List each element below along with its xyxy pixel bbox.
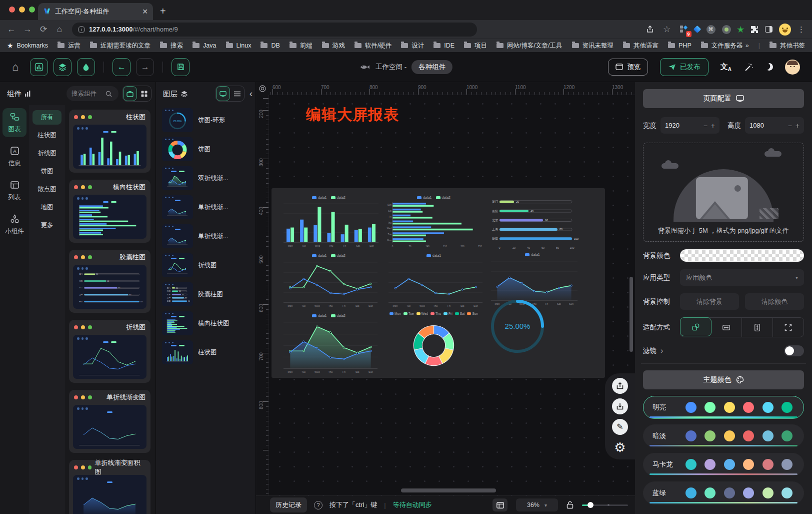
category-item[interactable]: 折线图 [32, 146, 62, 161]
extension-diamond-icon[interactable] [693, 26, 701, 34]
theme-color-dot[interactable] [704, 402, 716, 413]
horizontal-bar-chart[interactable]: SunSatFriThuWedTueMon070140210280350 [382, 201, 485, 248]
side-panel-icon[interactable] [765, 26, 772, 33]
reload-icon[interactable]: ⟳ [37, 24, 50, 35]
horizontal-scrollbar[interactable] [401, 488, 496, 492]
browser-menu-icon[interactable]: ⋮ [798, 25, 805, 34]
theme-row[interactable]: 马卡龙 [643, 453, 804, 476]
app-home-icon[interactable]: ⌂ [12, 61, 18, 74]
layer-item[interactable]: data1data2横向柱状图 [162, 311, 252, 335]
background-upload-dropzone[interactable]: 背景图需小于 5M ，格式为 png/jpg/gif 的文件 [643, 143, 804, 242]
layers-toggle-button[interactable] [54, 58, 72, 76]
fit-fullscreen-button[interactable] [773, 318, 804, 337]
rail-tab-widget[interactable]: 小组件 [2, 210, 26, 239]
dashboard-title-text[interactable]: 编辑大屏报表 [306, 105, 399, 125]
save-button[interactable] [172, 58, 190, 76]
layer-item[interactable]: 25.00%饼图-环形 [162, 108, 252, 132]
bar-chart[interactable]: MonTueWedThuFriSatSun [278, 201, 380, 248]
bookmark-folder[interactable]: 设计 [401, 42, 424, 50]
theme-row[interactable]: 暗淡 [643, 424, 804, 447]
rail-tab-list[interactable]: 列表 [2, 176, 26, 205]
theme-color-button[interactable]: 主题颜色 [643, 370, 804, 389]
clear-background-button[interactable]: 清除背景 [680, 293, 739, 310]
theme-color-dot[interactable] [762, 430, 774, 441]
theme-color-dot[interactable] [782, 459, 792, 470]
app-type-select[interactable]: 应用颜色▾ [680, 269, 804, 286]
publish-button[interactable]: 已发布 [660, 58, 708, 76]
maximize-window-button[interactable] [29, 7, 35, 13]
doughnut-chart[interactable] [382, 317, 485, 374]
theme-color-dot[interactable] [762, 459, 774, 470]
export-button[interactable] [612, 378, 628, 394]
category-item[interactable]: 散点图 [32, 182, 62, 197]
theme-color-dot[interactable] [743, 402, 754, 413]
extension-record-icon[interactable] [722, 25, 731, 34]
vertical-scrollbar[interactable] [630, 277, 633, 352]
theme-color-dot[interactable] [704, 430, 716, 441]
bg-color-swatch[interactable] [680, 249, 804, 262]
extension-star-icon[interactable]: ★ [738, 25, 744, 34]
bookmark-folder[interactable]: 项目 [464, 42, 487, 50]
url-bar[interactable]: i 127.0.0.1:3000/#/chart/home/9 [72, 23, 477, 37]
fit-scale-button[interactable] [680, 317, 712, 336]
layer-item[interactable]: data1data2柱状图 [162, 340, 252, 364]
import-button[interactable] [612, 398, 628, 414]
new-tab-button[interactable]: + [160, 6, 166, 17]
minimize-window-button[interactable] [19, 7, 25, 13]
bookmarks-overflow-icon[interactable]: » [746, 42, 749, 49]
bookmark-folder[interactable]: 软件/硬件 [354, 42, 392, 50]
theme-color-dot[interactable] [782, 402, 792, 413]
theme-color-dot[interactable] [743, 459, 754, 470]
share-icon[interactable] [646, 26, 654, 34]
bookmark-folder[interactable]: Java [192, 42, 216, 50]
theme-color-dot[interactable] [743, 430, 754, 441]
category-item[interactable]: 地图 [32, 200, 62, 215]
help-icon[interactable]: ? [314, 501, 322, 509]
slider-knob[interactable] [588, 502, 594, 508]
undo-button[interactable]: ← [112, 58, 130, 76]
ring-progress-chart[interactable]: 25.00% [488, 297, 546, 355]
component-card[interactable]: 胶囊柱图厦门20南阳40北京60上海80新疆100 [69, 250, 150, 313]
components-toggle-button[interactable] [30, 58, 48, 76]
line-chart[interactable]: MonTueWedThuFriSatSun [278, 259, 380, 308]
user-avatar[interactable] [785, 60, 800, 75]
search-input[interactable] [66, 86, 118, 101]
lock-icon[interactable] [566, 501, 574, 509]
redo-button[interactable]: → [136, 58, 154, 76]
layer-item[interactable]: 饼图 [162, 137, 252, 161]
zoom-select[interactable]: 36%▾ [516, 498, 558, 511]
zoom-slider[interactable] [582, 501, 628, 508]
list-view-button[interactable] [230, 86, 244, 101]
increment-icon[interactable]: + [796, 122, 800, 130]
bookmark-folder[interactable]: 游戏 [322, 42, 345, 50]
magic-wand-icon[interactable] [744, 62, 754, 72]
component-card[interactable]: 单折线渐变面积图data1 [69, 460, 150, 514]
decrement-icon[interactable]: − [788, 122, 792, 130]
theme-color-dot[interactable] [762, 402, 774, 413]
width-value[interactable]: 1920 [665, 122, 700, 129]
bookmark-star-icon[interactable]: ☆ [660, 24, 674, 35]
back-icon[interactable]: ← [5, 25, 18, 35]
theme-color-dot[interactable] [686, 459, 696, 470]
site-info-icon[interactable]: i [78, 26, 85, 33]
extension-badge-icon[interactable]: 9 [680, 26, 688, 34]
profile-avatar[interactable] [779, 24, 791, 36]
theme-color-dot[interactable] [724, 402, 735, 413]
filter-toggle[interactable] [784, 345, 804, 356]
fit-width-button[interactable] [711, 318, 742, 337]
clear-color-button[interactable]: 清除颜色 [745, 293, 804, 310]
project-name-pill[interactable]: 各种组件 [412, 60, 452, 74]
home-icon[interactable]: ⌂ [53, 25, 66, 35]
dark-mode-moon-icon[interactable] [764, 62, 774, 72]
other-bookmarks[interactable]: 其他书签 [770, 42, 805, 50]
capsule-chart[interactable]: 厦门20南阳40北京60上海80新疆100020406080100 [486, 195, 580, 250]
puzzle-extensions-icon[interactable] [750, 26, 758, 34]
bookmark-folder[interactable]: 其他语言 [623, 42, 658, 50]
bookmark-folder[interactable]: 搜索 [160, 42, 183, 50]
height-value[interactable]: 1080 [750, 122, 784, 129]
category-item[interactable]: 更多 [32, 218, 62, 233]
category-item[interactable]: 饼图 [32, 164, 62, 179]
bookmark-folder[interactable]: 网站/博客/文章/工具 [496, 42, 562, 50]
theme-color-dot[interactable] [686, 487, 696, 498]
bookmark-folder[interactable]: IDE [434, 42, 454, 50]
